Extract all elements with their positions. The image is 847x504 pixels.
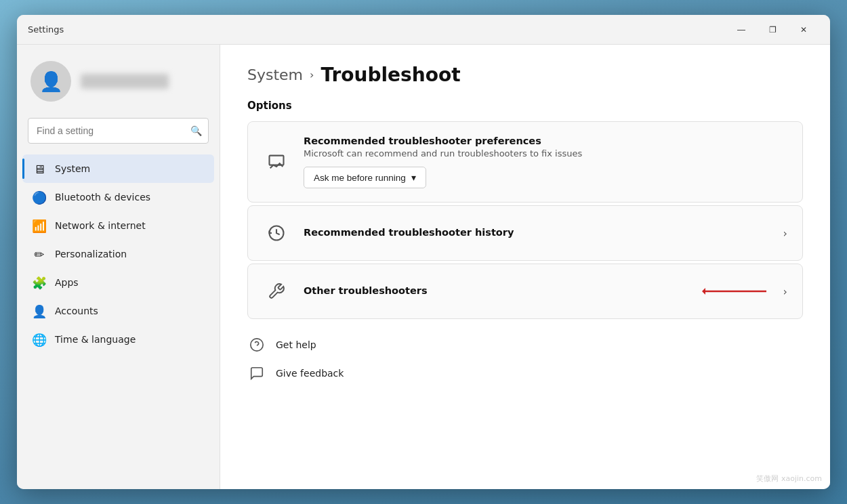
sidebar-item-bluetooth[interactable]: 🔵Bluetooth & devices	[22, 183, 214, 211]
main-content: 👤 🔍 🖥System🔵Bluetooth & devices📶Network …	[17, 45, 830, 489]
recommended-prefs-dropdown: Ask me before running▾	[304, 167, 787, 188]
breadcrumb-current: Troubleshoot	[321, 64, 460, 86]
give-feedback-label: Give feedback	[276, 368, 344, 379]
close-button[interactable]: ✕	[788, 20, 819, 40]
sidebar-item-personalization[interactable]: ✏️Personalization	[22, 240, 214, 268]
other-troubleshooters-title: Other troubleshooters	[304, 285, 688, 296]
sidebar: 👤 🔍 🖥System🔵Bluetooth & devices📶Network …	[17, 45, 220, 489]
card-recommended-prefs[interactable]: Recommended troubleshooter preferencesMi…	[247, 121, 803, 203]
troubleshooter-history-body: Recommended troubleshooter history	[304, 227, 770, 240]
breadcrumb: System › Troubleshoot	[247, 64, 803, 86]
get-help-icon	[247, 335, 266, 354]
troubleshooter-history-title: Recommended troubleshooter history	[304, 227, 770, 238]
recommended-prefs-desc: Microsoft can recommend and run troubles…	[304, 148, 787, 159]
sidebar-item-label-accounts: Accounts	[55, 306, 98, 316]
sidebar-item-label-bluetooth: Bluetooth & devices	[55, 192, 150, 203]
get-help-label: Get help	[276, 339, 316, 350]
time-icon: 🌐	[32, 332, 47, 347]
sidebar-item-system[interactable]: 🖥System	[22, 154, 214, 183]
other-troubleshooters-icon	[263, 278, 290, 305]
minimize-button[interactable]: —	[726, 20, 757, 40]
recommended-prefs-title: Recommended troubleshooter preferences	[304, 135, 787, 146]
user-icon: 👤	[39, 70, 63, 93]
search-box: 🔍	[28, 118, 209, 144]
bottom-link-get-help[interactable]: Get help	[247, 335, 803, 354]
arrow-annotation	[702, 283, 770, 299]
avatar: 👤	[30, 61, 71, 102]
sidebar-item-apps[interactable]: 🧩Apps	[22, 268, 214, 297]
apps-icon: 🧩	[32, 275, 47, 290]
bluetooth-icon: 🔵	[32, 190, 47, 205]
troubleshooter-history-icon	[263, 219, 290, 247]
troubleshooter-history-chevron: ›	[783, 227, 787, 240]
card-other-troubleshooters[interactable]: Other troubleshooters ›	[247, 264, 803, 319]
other-troubleshooters-body: Other troubleshooters	[304, 285, 688, 298]
sidebar-item-network[interactable]: 📶Network & internet	[22, 211, 214, 240]
personalization-icon: ✏️	[32, 247, 47, 261]
accounts-icon: 👤	[32, 303, 47, 318]
options-cards: Recommended troubleshooter preferencesMi…	[247, 121, 803, 319]
search-input[interactable]	[28, 118, 209, 144]
settings-window: Settings — ❐ ✕ 👤 🔍 🖥System🔵Bluet	[17, 15, 830, 489]
title-bar: Settings — ❐ ✕	[17, 15, 830, 45]
user-profile: 👤	[17, 45, 220, 112]
system-icon: 🖥	[32, 161, 47, 176]
nav-list: 🖥System🔵Bluetooth & devices📶Network & in…	[17, 154, 220, 354]
breadcrumb-system[interactable]: System	[247, 66, 303, 83]
options-title: Options	[247, 100, 803, 112]
dropdown-label: Ask me before running	[314, 173, 406, 183]
bottom-link-give-feedback[interactable]: Give feedback	[247, 364, 803, 383]
window-title: Settings	[28, 24, 726, 35]
svg-marker-2	[702, 288, 705, 295]
sidebar-item-label-apps: Apps	[55, 277, 79, 288]
sidebar-item-label-network: Network & internet	[55, 220, 146, 231]
sidebar-item-label-system: System	[55, 163, 90, 174]
search-icon: 🔍	[190, 125, 202, 136]
username-blurred	[81, 74, 169, 89]
recommended-prefs-icon	[263, 148, 290, 175]
sidebar-item-label-personalization: Personalization	[55, 249, 127, 259]
window-controls: — ❐ ✕	[726, 20, 819, 40]
svg-point-3	[251, 339, 263, 351]
sidebar-item-label-time: Time & language	[55, 334, 136, 345]
network-icon: 📶	[32, 218, 47, 233]
card-troubleshooter-history[interactable]: Recommended troubleshooter history›	[247, 205, 803, 261]
breadcrumb-arrow: ›	[310, 68, 314, 81]
give-feedback-icon	[247, 364, 266, 383]
recommended-prefs-body: Recommended troubleshooter preferencesMi…	[304, 135, 787, 188]
red-arrow-icon	[702, 283, 770, 299]
bottom-links: Get help Give feedback	[247, 335, 803, 383]
sidebar-item-time[interactable]: 🌐Time & language	[22, 325, 214, 354]
sidebar-item-accounts[interactable]: 👤Accounts	[22, 297, 214, 325]
other-troubleshooters-chevron: ›	[783, 285, 787, 298]
right-panel: System › Troubleshoot Options Recommende…	[220, 45, 830, 489]
recommended-prefs-dropdown-btn[interactable]: Ask me before running▾	[304, 167, 426, 188]
maximize-button[interactable]: ❐	[757, 20, 788, 40]
dropdown-chevron: ▾	[411, 172, 416, 183]
